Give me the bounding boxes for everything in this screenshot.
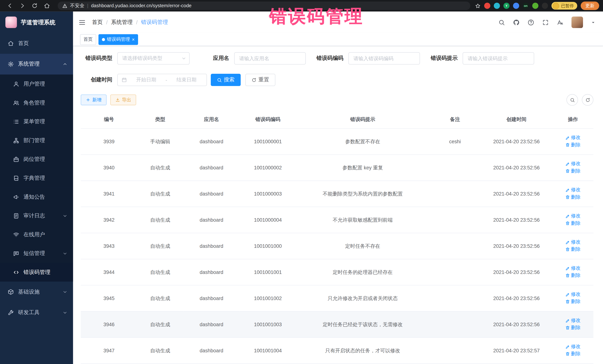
edit-link[interactable]: 修改 (565, 187, 580, 193)
delete-link[interactable]: 删除 (565, 351, 580, 357)
tab-home[interactable]: 首页 (80, 34, 96, 45)
table-row[interactable]: 3940自动生成dashboard1001000002参数配置 key 重复20… (81, 154, 593, 181)
bookmark-star-icon[interactable] (475, 3, 481, 9)
red-circle-extension-icon[interactable] (484, 3, 490, 9)
delete-link[interactable]: 删除 (565, 142, 580, 148)
sidebar-item-5[interactable]: 部门管理 (0, 131, 73, 150)
sidebar-item-10[interactable]: 在线用户 (0, 225, 73, 244)
column-header[interactable]: 应用名 (183, 111, 240, 128)
export-button[interactable]: 导出 (110, 95, 136, 105)
tab-close-icon[interactable]: × (132, 37, 135, 42)
add-button[interactable]: 新增 (81, 95, 106, 105)
column-header[interactable]: 错误码提示 (296, 111, 429, 128)
search-icon[interactable] (498, 19, 505, 26)
column-header[interactable]: 错误码编码 (240, 111, 296, 128)
sidebar-item-8[interactable]: 通知公告 (0, 187, 73, 206)
hamburger-icon[interactable] (79, 19, 86, 26)
refresh-table-button[interactable] (582, 94, 593, 106)
sidebar-item-0[interactable]: 首页 (0, 33, 73, 54)
doc-icon (13, 213, 19, 219)
column-header[interactable]: 编号 (81, 111, 137, 128)
sidebar-item-label: 系统管理 (18, 61, 39, 67)
delete-link[interactable]: 删除 (565, 168, 580, 174)
sidebar-logo[interactable]: 芋道管理系统 (0, 11, 73, 33)
browser-reload-icon[interactable] (32, 3, 38, 9)
blue-grid-extension-icon[interactable] (513, 3, 519, 9)
teal-drop-extension-icon[interactable] (494, 3, 500, 9)
table-row[interactable]: 3943自动生成dashboard1001001000定时任务不存在2021-0… (81, 233, 593, 259)
fullscreen-icon[interactable] (542, 19, 549, 26)
sidebar-item-9[interactable]: 审计日志 (0, 206, 73, 225)
sidebar-item-4[interactable]: 菜单管理 (0, 112, 73, 131)
user-avatar[interactable] (571, 16, 583, 28)
help-icon[interactable] (528, 19, 534, 26)
table-row[interactable]: 3942自动生成dashboard1001000004不允许获取敏感配置到前端2… (81, 207, 593, 233)
delete-link[interactable]: 删除 (565, 220, 580, 226)
sidebar-item-6[interactable]: 岗位管理 (0, 150, 73, 169)
delete-link[interactable]: 删除 (565, 246, 580, 253)
edit-link[interactable]: 修改 (565, 343, 580, 350)
hint-input[interactable] (463, 53, 534, 64)
edit-link[interactable]: 修改 (565, 134, 580, 141)
column-header[interactable]: 备注 (429, 111, 481, 128)
green-y-extension-icon[interactable]: Y (503, 3, 510, 9)
address-bar[interactable]: 不安全 | dashboard.yudao.iocoder.cn/system/… (58, 1, 470, 10)
table-row[interactable]: 3946自动生成dashboard1001001003定时任务已经处于该状态，无… (81, 311, 593, 338)
edit-link[interactable]: 修改 (565, 265, 580, 272)
browser-update-button[interactable]: 更新 (581, 1, 599, 10)
delete-link[interactable]: 删除 (565, 324, 580, 331)
font-size-icon[interactable] (557, 19, 563, 26)
code-input[interactable] (349, 53, 419, 64)
delete-link[interactable]: 删除 (565, 194, 580, 200)
sidebar-item-1[interactable]: 系统管理 (0, 54, 73, 75)
edit-link[interactable]: 修改 (565, 239, 580, 245)
cell-operations: 修改删除 (552, 338, 593, 364)
edit-link[interactable]: 修改 (565, 161, 580, 167)
sidebar-item-7[interactable]: 字典管理 (0, 169, 73, 188)
code-label: 错误码编码 (316, 55, 343, 62)
green-leaf-extension-icon[interactable] (532, 3, 538, 9)
show-search-toggle-button[interactable] (567, 94, 578, 106)
edit-link[interactable]: 修改 (565, 291, 580, 298)
browser-back-icon[interactable] (7, 3, 13, 9)
sidebar-item-12[interactable]: 错误码管理 (0, 263, 73, 282)
end-date[interactable]: 结束日期 (170, 76, 203, 83)
edit-link[interactable]: 修改 (565, 317, 580, 324)
profile-paused-badge[interactable]: 已暂停 (551, 2, 577, 10)
delete-link[interactable]: 删除 (565, 272, 580, 279)
sidebar-item-3[interactable]: 角色管理 (0, 93, 73, 112)
search-button[interactable]: 搜索 (211, 74, 241, 86)
tab-error-code[interactable]: 错误码管理 × (99, 34, 138, 45)
app-input[interactable] (234, 53, 305, 64)
edit-link[interactable]: 修改 (565, 213, 580, 219)
start-date[interactable]: 开始日期 (130, 76, 162, 83)
type-select[interactable]: 请选择错误码类型 (117, 52, 190, 65)
breadcrumb-system[interactable]: 系统管理 (111, 19, 133, 26)
table-row[interactable]: 3944自动生成dashboard1001001001定时任务的处理器已经存在2… (81, 259, 593, 285)
sidebar-item-11[interactable]: 短信管理 (0, 244, 73, 263)
delete-link[interactable]: 删除 (565, 298, 580, 305)
sidebar-item-13[interactable]: 基础设施 (0, 282, 73, 302)
dark-on-switch-extension-icon[interactable]: on (523, 3, 529, 9)
sidebar-item-2[interactable]: 用户管理 (0, 75, 73, 93)
avatar-caret-icon[interactable] (591, 20, 595, 24)
date-range-picker[interactable]: 开始日期 - 结束日期 (117, 74, 207, 86)
github-icon[interactable] (513, 19, 520, 26)
table-row[interactable]: 3939手动编辑dashboard1001000001参数配置不存在ceshi2… (81, 128, 593, 154)
column-header[interactable]: 类型 (137, 111, 183, 128)
breadcrumb-home[interactable]: 首页 (92, 19, 103, 26)
cell-type: 自动生成 (137, 233, 183, 259)
column-header[interactable]: 创建时间 (481, 111, 552, 128)
browser-home-icon[interactable] (44, 3, 50, 9)
black-plugin-extension-icon[interactable] (542, 3, 548, 9)
sidebar-item-14[interactable]: 研发工具 (0, 302, 73, 323)
sidebar-item-label: 首页 (18, 40, 29, 47)
reset-button[interactable]: 重置 (245, 74, 275, 86)
browser-forward-icon[interactable] (19, 3, 25, 9)
sidebar-item-label: 研发工具 (18, 309, 39, 316)
table-row[interactable]: 3945自动生成dashboard1001001002只允许修改为开启或者关闭状… (81, 285, 593, 311)
trash-icon (565, 352, 570, 356)
table-row[interactable]: 3947自动生成dashboard1001001004只有开启状态的任务，才可以… (81, 338, 593, 364)
table-row[interactable]: 3941自动生成dashboard1001000003不能删除类型为系统内置的参… (81, 181, 593, 207)
column-header[interactable]: 操作 (552, 111, 593, 128)
